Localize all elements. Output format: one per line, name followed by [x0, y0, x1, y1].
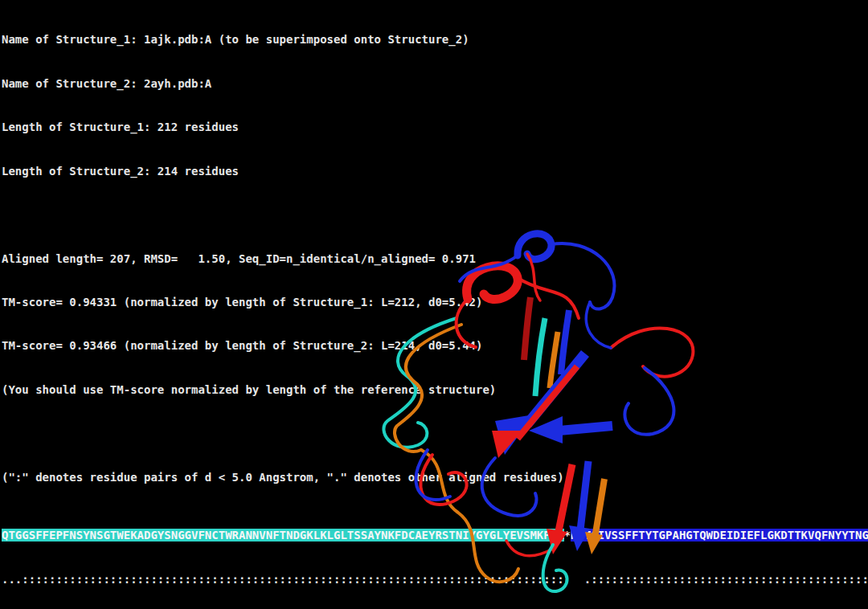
loop-red-left: [457, 299, 476, 347]
strand-blue-vertical: [561, 310, 569, 374]
strand-blue-horizontal: [559, 426, 612, 431]
loop-red-right: [611, 328, 693, 376]
helix-blue: [518, 234, 551, 260]
arrowhead-red-diagonal: [492, 431, 522, 458]
info-line-structure1-name: Name of Structure_1: 1ajk.pdb:A (to be s…: [2, 32, 868, 47]
info-line-structure2-name: Name of Structure_2: 2ayh.pdb:A: [2, 76, 868, 91]
blank-line: [2, 207, 868, 222]
structure-superposition-view: [338, 223, 739, 609]
loop-orange-bottom: [421, 450, 518, 582]
strand-red-down: [558, 464, 572, 535]
strand-blue-down: [580, 461, 588, 530]
strand-darkred-vertical: [524, 297, 530, 360]
loop-red-bottomconnect: [506, 541, 553, 556]
arrowhead-blue-down: [569, 525, 590, 551]
loop-blue-centerbottom: [482, 458, 537, 516]
terminal-screen: { "terminal": { "info_lines": [ "Name of…: [0, 0, 868, 609]
arrowhead-orange-down: [585, 532, 603, 554]
strand-orange-vertical: [550, 332, 558, 388]
info-line-structure2-length: Length of Structure_2: 214 residues: [2, 164, 868, 178]
strand-orange-down: [595, 479, 604, 538]
loop-blue-topright: [551, 243, 614, 309]
strand-cyan-vertical: [535, 318, 545, 396]
info-line-structure1-length: Length of Structure_1: 212 residues: [2, 120, 868, 134]
